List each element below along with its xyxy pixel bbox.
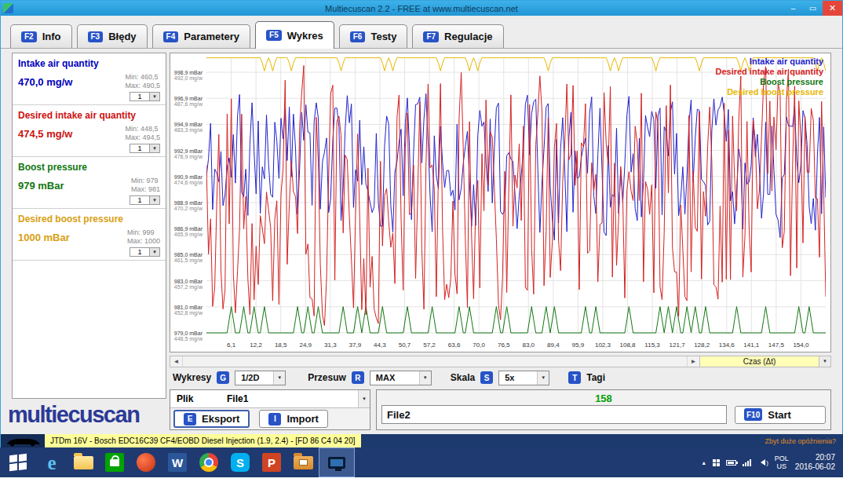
tab-info[interactable]: F2Info (10, 24, 72, 48)
file2-input[interactable] (381, 405, 727, 424)
battery-icon[interactable] (726, 460, 736, 466)
hotkey-badge-e: E (184, 413, 196, 425)
x-tick-label: 70,0 (473, 341, 485, 349)
channel-select-value[interactable]: 1 (130, 92, 150, 101)
chrome-icon[interactable] (193, 447, 224, 477)
channel-select-value[interactable]: 1 (130, 247, 150, 257)
chevron-down-icon: ▼ (358, 390, 370, 407)
windows-store-icon[interactable] (99, 447, 130, 477)
przesuw-label: Przesuw (308, 372, 346, 383)
chevron-down-icon[interactable]: ▼ (150, 92, 160, 101)
x-tick-label: 108,8 (620, 341, 636, 349)
tray-chevron-up-icon[interactable]: ▲ (701, 460, 706, 466)
car-silhouette-icon (1, 434, 45, 448)
x-tick-label: 128,2 (694, 341, 710, 349)
tab-bar: F2Info F3Błędy F4Parametery F5Wykres F6T… (1, 16, 842, 49)
red-app-icon[interactable] (130, 447, 162, 477)
parameter-min: Min: 448,5 (125, 125, 160, 133)
parameter-value: 979 mBar (18, 177, 64, 194)
plik-select[interactable]: Plik File1 ▼ (170, 390, 370, 408)
parameter-max: Max: 1000 (127, 237, 160, 246)
tray-tiles-icon[interactable] (713, 459, 720, 466)
skype-icon[interactable]: S (224, 447, 256, 477)
chart-legend: Intake air quantityDesired intake air qu… (715, 57, 823, 97)
eksport-button-label: Eksport (202, 413, 239, 425)
tab-wykres[interactable]: F5Wykres (255, 21, 334, 49)
parameter-min: Min: 979 (131, 177, 160, 185)
chevron-down-icon[interactable]: ▼ (150, 195, 160, 205)
series-line (206, 93, 826, 239)
parameter-max: Max: 981 (131, 185, 160, 194)
language-indicator[interactable]: POLUS (775, 455, 789, 470)
parameter-name: Desired boost pressure (18, 214, 160, 225)
parameter-desired-intake-air-quantity: Desired intake air quantity 474,5 mg/w M… (13, 105, 166, 157)
internet-explorer-icon[interactable]: e (36, 447, 68, 477)
parameter-intake-air-quantity: Intake air quantity 470,0 mg/w Min: 460,… (13, 53, 166, 105)
x-tick-label: 44,3 (374, 341, 386, 349)
tab-parametery[interactable]: F4Parametery (152, 24, 251, 48)
chevron-down-icon[interactable]: ▼ (819, 356, 830, 367)
start-button-windows[interactable] (0, 447, 36, 477)
x-axis-select-value[interactable]: Czas (Δt) (699, 356, 819, 367)
wykresy-select-value: 1/2D (235, 371, 273, 385)
start-button[interactable]: F10Start (735, 406, 826, 424)
fkey-badge: F5 (266, 30, 282, 41)
scroll-track[interactable] (183, 356, 687, 367)
x-tick-label: 31,3 (324, 341, 337, 349)
scroll-right-icon[interactable]: ► (687, 356, 699, 367)
scroll-left-icon[interactable]: ◄ (170, 356, 183, 367)
y-tick-label: 998,9 mBar492,0 mg/w (174, 70, 203, 81)
network-signal-icon[interactable] (743, 459, 751, 466)
file-explorer-icon[interactable] (68, 447, 99, 477)
chevron-down-icon: ▼ (537, 371, 549, 385)
tab-label: Info (42, 31, 61, 42)
title-bar: Multiecuscan 2.2 - FREE at www.multiecus… (1, 1, 842, 16)
hotkey-badge-i: I (268, 413, 281, 425)
przesuw-select[interactable]: MAX▼ (370, 371, 432, 385)
tagi-label[interactable]: Tagi (586, 372, 605, 383)
image-folder-icon[interactable] (287, 447, 319, 477)
x-tick-label: 89,4 (547, 341, 560, 349)
file-panel-right: 158 F10Start (376, 389, 831, 430)
chevron-down-icon: ▼ (419, 371, 431, 385)
chart-plot (206, 57, 826, 339)
y-tick-label: 986,9 mBar465,9 mg/w (174, 226, 203, 237)
file-panel-left: Plik File1 ▼ EEksport IImport (170, 389, 370, 430)
app-window: Multiecuscan 2.2 - FREE at www.multiecus… (0, 0, 843, 447)
tab-label: Parametery (184, 31, 239, 42)
channel-select-value[interactable]: 1 (130, 195, 150, 205)
tab-regulacje[interactable]: F7Regulacje (412, 24, 503, 48)
powerpoint-icon[interactable]: P (256, 447, 287, 477)
x-axis-labels: 6,112,218,524,931,337,944,350,757,263,67… (206, 341, 826, 351)
hotkey-badge-r: R (352, 371, 364, 384)
x-tick-label: 102,3 (595, 341, 611, 349)
chevron-down-icon[interactable]: ▼ (150, 247, 160, 257)
parameter-name: Boost pressure (18, 162, 160, 173)
tab-bledy[interactable]: F3Błędy (77, 24, 148, 48)
multiecuscan-logo: multiecuscan (8, 402, 139, 428)
wykresy-select[interactable]: 1/2D▼ (235, 371, 286, 385)
import-button[interactable]: IImport (259, 410, 327, 428)
chart-scrollbar: ◄ ► Czas (Δt) ▼ (170, 356, 831, 367)
wykresy-label: Wykresy (173, 372, 211, 383)
fkey-badge: F3 (88, 31, 104, 42)
chevron-down-icon[interactable]: ▼ (150, 144, 160, 153)
y-tick-label: 985,0 mBar461,5 mg/w (174, 252, 203, 263)
x-tick-label: 115,3 (644, 341, 659, 349)
system-tray: ▲ ) POLUS 20:072016-06-02 (701, 453, 843, 472)
tab-label: Wykres (287, 30, 323, 42)
eksport-button[interactable]: EEksport (173, 410, 250, 428)
parameter-boost-pressure: Boost pressure 979 mBar Min: 979Max: 981… (13, 157, 166, 209)
tab-testy[interactable]: F6Testy (339, 24, 408, 48)
speaker-icon[interactable]: ) (757, 459, 768, 466)
taskbar-clock[interactable]: 20:072016-06-02 (795, 453, 835, 472)
fkey-badge: F2 (21, 31, 37, 42)
fkey-badge: F6 (350, 31, 366, 42)
x-tick-label: 76,5 (498, 341, 510, 349)
multiecuscan-taskbar-icon[interactable] (319, 447, 355, 477)
x-tick-label: 18,5 (275, 341, 287, 349)
word-icon[interactable]: W (162, 447, 193, 477)
skala-select[interactable]: 5x▼ (498, 371, 549, 385)
channel-select-value[interactable]: 1 (130, 144, 150, 153)
parameter-value: 1000 mBar (18, 228, 70, 246)
